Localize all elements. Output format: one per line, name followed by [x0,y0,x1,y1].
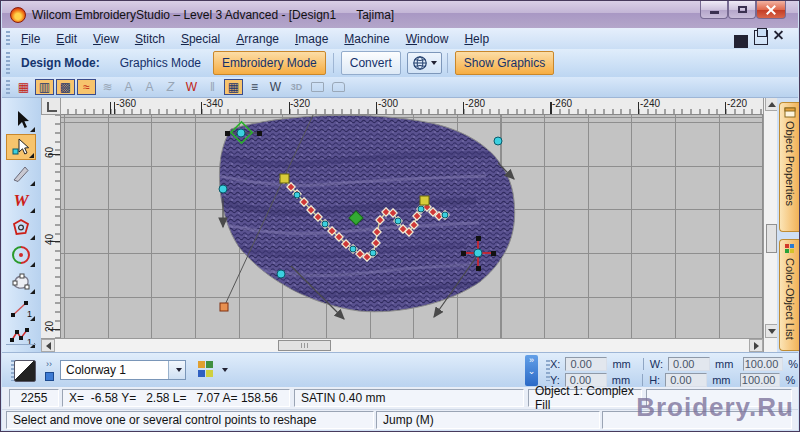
hatch-fill-icon[interactable]: W [266,79,285,95]
knife-icon [10,163,32,185]
arrow-down-icon [768,329,776,334]
close-button[interactable] [756,1,786,19]
horizontal-scrollbar[interactable] [41,338,763,352]
stitchbar-grip[interactable] [6,80,10,94]
menu-view[interactable]: View [85,30,127,48]
toolbar-separator [333,53,334,73]
menu-window[interactable]: Window [398,30,457,48]
menu-machine[interactable]: Machine [336,30,397,48]
bitmap-toggle-icon[interactable] [14,360,36,382]
open-line-tool[interactable]: 1 [6,296,36,322]
pattern-fill-icon[interactable]: ▩ [56,79,75,95]
zigzag-line-tool[interactable]: 1 [6,323,36,349]
effect-3d-icon[interactable]: 3D [287,79,306,95]
exit-point-handle[interactable] [420,196,429,205]
basket-icon[interactable] [329,79,348,95]
modebar-grip[interactable] [6,52,10,74]
tab-object-properties[interactable]: Object Properties [779,102,799,232]
knife-tool[interactable] [6,161,36,187]
hruler-label: -280 [465,98,485,109]
badge-1: 1 [27,337,32,347]
stem-stitch-icon[interactable]: W [182,79,201,95]
h-field[interactable]: 0.00 [665,373,707,387]
menu-special[interactable]: Special [173,30,228,48]
menu-file[interactable]: File [13,30,48,48]
complex-fill-tool[interactable] [6,269,36,295]
docked-panel-tabs: Object Properties Color-Object List [777,97,800,352]
vertical-scrollbar[interactable] [763,97,777,352]
colorway-dropdown-button[interactable] [168,361,185,379]
w-field[interactable]: 0.00 [668,357,710,371]
globe-icon [412,55,428,71]
scroll-right-button[interactable] [749,339,763,352]
palette-dropdown-arrow[interactable] [222,368,228,372]
travel-mode-cell: Jump (M) [376,411,600,429]
lettering-a-icon[interactable]: A [119,79,138,95]
chevron-down-icon [176,368,182,372]
closed-shape-tool[interactable] [6,215,36,241]
embroidery-mode-button[interactable]: Embroidery Mode [213,51,326,75]
toolbar-overflow-button[interactable]: ›› [44,359,54,383]
tab-color-object-list[interactable]: Color-Object List [779,239,799,351]
reshape-tool[interactable] [6,134,36,160]
palette-editor-icon[interactable] [198,361,214,377]
menu-edit[interactable]: Edit [48,30,85,48]
trapunto-icon[interactable] [308,79,327,95]
design-canvas[interactable] [61,115,763,338]
minimize-button[interactable] [700,1,728,19]
select-arrow-icon [10,109,32,131]
zigzag-stitch-icon[interactable]: Z [161,79,180,95]
menu-stitch[interactable]: Stitch [127,30,173,48]
lettering-a2-icon[interactable]: A [140,79,159,95]
mdi-minimize-icon [734,35,748,48]
mdi-restore-icon [754,30,768,45]
select-tool[interactable] [6,107,36,133]
vertical-ruler: 60 40 20 [41,115,61,338]
lettering-tool[interactable]: W [6,188,36,214]
mdi-restore-button[interactable] [754,31,768,44]
complex-fill-icon [10,271,32,293]
colorway-combobox[interactable]: Colorway 1 [60,360,186,380]
object-info-cell: Object 1: Complex Fill [528,389,642,407]
basket-glyph [332,82,345,92]
entry-point-handle[interactable] [280,174,289,183]
x-field[interactable]: 0.00 [565,357,607,371]
collapsed-toolbar-chevron[interactable]: »⌄ [525,355,538,386]
menu-image[interactable]: Image [287,30,336,48]
scale-h-field[interactable]: 100.00 [740,373,780,387]
horizontal-scroll-thumb[interactable] [278,340,331,351]
parallel-stitch-icon[interactable]: ‖ [203,79,222,95]
menubar-grip[interactable] [6,31,10,46]
menu-arrange[interactable]: Arrange [228,30,287,48]
convert-button[interactable]: Convert [341,51,401,75]
ruler-corner-button[interactable] [41,97,61,115]
motif-fill-icon[interactable]: ▦ [224,79,243,95]
open-line-icon: 1 [9,298,33,320]
run-stitch-icon[interactable]: ≋ [98,79,117,95]
hoop-globe-button[interactable] [407,52,442,74]
mdi-close-button[interactable] [774,31,788,44]
maximize-icon [738,6,747,13]
circle-tool[interactable] [6,242,36,268]
x-unit: mm [612,358,630,370]
maximize-button[interactable] [728,1,756,19]
show-graphics-button[interactable]: Show Graphics [455,51,554,75]
tab-label: Color-Object List [784,258,796,340]
contour-fill-icon[interactable]: ▦ [14,79,33,95]
scale-w-field[interactable]: 100.00 [743,357,783,371]
tatami-fill-icon[interactable]: ▥ [35,79,54,95]
graphics-mode-button[interactable]: Graphics Mode [112,52,209,74]
scroll-left-button[interactable] [41,339,55,352]
vertical-scroll-thumb[interactable] [766,224,777,253]
angle-end-handle[interactable] [220,303,228,311]
fancy-fill-icon[interactable]: ≈ [77,79,96,95]
object-properties-icon [784,106,796,118]
vruler-label: 40 [44,233,55,247]
colorway-value: Colorway 1 [61,363,168,377]
menu-bar: File Edit View Stitch Special Arrange Im… [2,28,798,50]
tab-label: Object Properties [784,121,796,206]
mdi-minimize-button[interactable] [734,31,748,44]
reshape-icon [10,136,32,158]
program-split-icon[interactable]: ≡ [245,79,264,95]
menu-help[interactable]: Help [456,30,497,48]
